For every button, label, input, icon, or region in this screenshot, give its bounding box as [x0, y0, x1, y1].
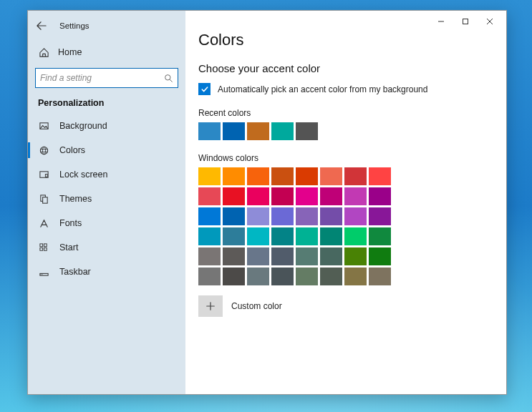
- sidebar-item-lock-screen[interactable]: Lock screen: [28, 162, 185, 187]
- auto-accent-checkbox[interactable]: [198, 83, 211, 95]
- windows-color-swatch[interactable]: [198, 227, 221, 245]
- windows-color-swatch[interactable]: [369, 227, 391, 245]
- svg-rect-7: [39, 243, 42, 246]
- minimize-button[interactable]: [429, 14, 453, 29]
- windows-color-swatch[interactable]: [198, 207, 221, 225]
- custom-color-button[interactable]: [198, 295, 223, 317]
- back-button[interactable]: [35, 19, 48, 32]
- windows-color-swatch[interactable]: [247, 247, 269, 265]
- start-icon: [38, 242, 49, 253]
- sidebar-item-background[interactable]: Background: [28, 114, 185, 138]
- svg-rect-10: [44, 247, 47, 250]
- windows-color-swatch[interactable]: [247, 207, 269, 225]
- sidebar-item-label: Themes: [59, 194, 92, 204]
- lock-screen-icon: [38, 169, 49, 180]
- windows-color-swatch[interactable]: [271, 227, 294, 245]
- svg-rect-9: [39, 247, 42, 250]
- windows-color-swatch[interactable]: [271, 207, 294, 225]
- windows-color-swatch[interactable]: [223, 167, 245, 185]
- windows-color-swatch[interactable]: [344, 207, 367, 225]
- windows-color-swatch[interactable]: [344, 247, 367, 265]
- windows-color-swatch[interactable]: [247, 167, 269, 185]
- sidebar-item-start[interactable]: Start: [28, 235, 185, 260]
- windows-color-swatch[interactable]: [296, 187, 318, 205]
- auto-accent-label: Automatically pick an accent color from …: [218, 84, 427, 94]
- svg-rect-4: [45, 174, 47, 177]
- sidebar-item-label: Fonts: [59, 218, 82, 228]
- search-input[interactable]: [40, 73, 164, 83]
- sidebar-item-label: Start: [59, 242, 78, 252]
- sidebar-item-colors[interactable]: Colors: [28, 138, 185, 162]
- windows-color-swatch[interactable]: [198, 247, 221, 265]
- windows-color-swatch[interactable]: [271, 187, 294, 205]
- windows-color-swatch[interactable]: [344, 167, 367, 185]
- recent-color-swatch[interactable]: [223, 122, 245, 140]
- recent-color-swatch[interactable]: [247, 122, 269, 140]
- colors-icon: [38, 144, 49, 156]
- windows-color-swatch[interactable]: [198, 167, 221, 185]
- auto-accent-row[interactable]: Automatically pick an accent color from …: [198, 83, 493, 95]
- sidebar-item-label: Colors: [59, 145, 85, 155]
- windows-color-swatch[interactable]: [223, 247, 245, 265]
- svg-rect-1: [39, 122, 47, 128]
- windows-color-swatch[interactable]: [369, 247, 391, 265]
- windows-color-swatch[interactable]: [223, 187, 245, 205]
- windows-color-swatch[interactable]: [369, 207, 391, 225]
- windows-color-swatch[interactable]: [223, 227, 245, 245]
- windows-color-swatch[interactable]: [198, 187, 221, 205]
- sidebar: Settings Home Personalization Background…: [28, 11, 185, 394]
- sidebar-item-label: Lock screen: [59, 170, 107, 180]
- windows-color-swatch[interactable]: [320, 247, 342, 265]
- windows-color-swatch[interactable]: [223, 207, 245, 225]
- close-button[interactable]: [478, 14, 502, 29]
- search-icon: [164, 74, 173, 83]
- windows-color-swatch[interactable]: [296, 227, 318, 245]
- taskbar-icon: [38, 266, 49, 278]
- page-title: Colors: [198, 31, 493, 49]
- windows-color-swatch[interactable]: [344, 268, 367, 285]
- windows-color-swatch[interactable]: [247, 187, 269, 205]
- windows-color-swatch[interactable]: [223, 268, 245, 285]
- custom-color-row[interactable]: Custom color: [198, 295, 493, 317]
- windows-color-swatch[interactable]: [320, 187, 342, 205]
- windows-color-swatch[interactable]: [296, 268, 318, 285]
- windows-color-swatch[interactable]: [296, 207, 318, 225]
- windows-color-swatch[interactable]: [344, 227, 367, 245]
- windows-color-swatch[interactable]: [320, 227, 342, 245]
- windows-color-swatch[interactable]: [369, 167, 391, 185]
- windows-color-swatch[interactable]: [296, 167, 318, 185]
- windows-color-swatch[interactable]: [271, 247, 294, 265]
- windows-color-swatch[interactable]: [369, 187, 391, 205]
- search-input-wrap[interactable]: [35, 68, 178, 88]
- titlebar-left: Settings: [28, 15, 185, 36]
- windows-color-swatch[interactable]: [369, 268, 391, 285]
- sidebar-nav: BackgroundColorsLock screenThemesFontsSt…: [28, 114, 185, 284]
- windows-color-swatch[interactable]: [198, 268, 221, 285]
- windows-color-swatch[interactable]: [247, 268, 269, 285]
- windows-color-swatch[interactable]: [320, 167, 342, 185]
- svg-rect-6: [42, 197, 47, 202]
- recent-color-swatch[interactable]: [198, 122, 221, 140]
- sidebar-item-themes[interactable]: Themes: [28, 187, 185, 211]
- windows-colors-label: Windows colors: [198, 153, 493, 163]
- maximize-button[interactable]: [453, 14, 478, 29]
- recent-colors-label: Recent colors: [198, 108, 493, 118]
- windows-color-swatch[interactable]: [271, 167, 294, 185]
- windows-color-swatch[interactable]: [320, 207, 342, 225]
- svg-point-0: [165, 74, 170, 79]
- svg-rect-8: [44, 243, 47, 246]
- windows-color-swatch[interactable]: [247, 227, 269, 245]
- windows-color-swatch[interactable]: [271, 268, 294, 285]
- windows-color-swatch[interactable]: [344, 187, 367, 205]
- sidebar-item-home[interactable]: Home: [28, 41, 185, 64]
- recent-color-swatch[interactable]: [296, 122, 318, 140]
- windows-colors-grid: [198, 167, 399, 285]
- fonts-icon: [38, 217, 49, 229]
- windows-color-swatch[interactable]: [296, 247, 318, 265]
- sidebar-item-taskbar[interactable]: Taskbar: [28, 260, 185, 284]
- settings-window: Settings Home Personalization Background…: [27, 10, 507, 395]
- windows-color-swatch[interactable]: [320, 268, 342, 285]
- sidebar-item-fonts[interactable]: Fonts: [28, 211, 185, 235]
- recent-color-swatch[interactable]: [271, 122, 294, 140]
- background-icon: [38, 120, 49, 132]
